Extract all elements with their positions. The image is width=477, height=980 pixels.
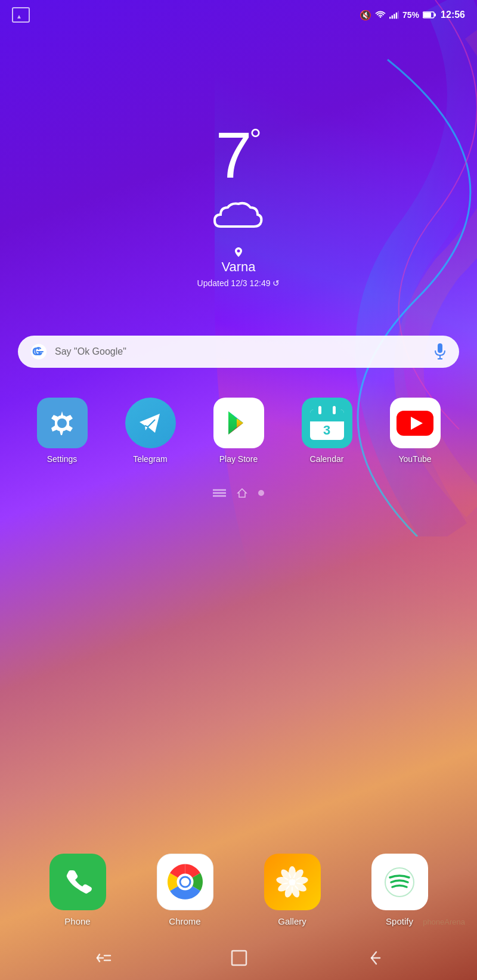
playstore-label: Play Store [219,454,258,464]
app-settings[interactable]: Settings [26,398,98,464]
time-display: 12:56 [441,10,465,20]
calendar-label: Calendar [310,454,344,464]
weather-cloud-icon [209,197,268,235]
back-button[interactable] [366,950,382,966]
notification-icon [12,7,30,23]
city-name: Varna [221,259,255,275]
app-playstore[interactable]: Play Store [203,398,274,464]
svg-rect-19 [318,406,321,414]
settings-label: Settings [47,454,78,464]
menu-indicator [213,489,226,497]
wifi-icon [375,11,386,19]
svg-rect-20 [333,406,336,414]
gallery-icon [264,854,321,910]
degree-symbol: ° [250,122,262,157]
svg-rect-6 [423,13,431,17]
search-bar[interactable]: G Say "Ok Google" [18,336,459,368]
search-placeholder: Say "Ok Google" [55,346,426,357]
updated-time: Updated 12/3 12:49 ↺ [197,278,280,288]
weather-widget: 7 ° Varna Updated 12/3 12:49 ↺ [0,122,477,288]
watermark: phoneArena [423,917,465,926]
svg-rect-47 [232,951,246,965]
svg-rect-4 [398,11,399,19]
svg-rect-18 [310,417,344,421]
svg-rect-1 [392,15,393,19]
playstore-icon [213,398,264,448]
svg-rect-11 [438,343,442,353]
youtube-label: YouTube [398,454,431,464]
mic-icon[interactable] [433,343,447,360]
page-indicators [0,488,477,498]
youtube-icon [390,398,441,448]
mute-icon: 🔇 [360,10,371,21]
recent-apps-button[interactable] [95,951,113,965]
svg-point-30 [181,878,189,886]
dot-indicator [258,490,264,496]
battery-percent: 75% [402,10,419,20]
phone-icon [49,854,106,910]
dock-phone[interactable]: Phone [39,854,116,926]
svg-text:3: 3 [323,423,330,438]
app-grid: Settings Telegram [6,398,471,464]
temperature: 7 [215,122,249,188]
chrome-icon [157,854,213,910]
dock-spotify[interactable]: Spotify [361,854,438,926]
spotify-icon [371,854,428,910]
svg-text:G: G [32,346,41,358]
home-button[interactable] [230,949,248,967]
svg-rect-2 [394,14,395,18]
calendar-icon: 3 [302,398,352,448]
phone-label: Phone [64,916,90,926]
signal-icon [389,11,399,19]
status-bar: 🔇 75% 12:56 [0,0,477,27]
telegram-label: Telegram [133,454,168,464]
svg-rect-3 [396,13,397,18]
svg-rect-7 [434,14,436,17]
svg-point-40 [289,879,296,886]
spotify-label: Spotify [386,916,413,926]
svg-rect-0 [389,17,391,18]
svg-point-8 [237,250,240,253]
battery-icon [423,11,436,18]
home-indicator [237,488,247,498]
dock-chrome[interactable]: Chrome [146,854,224,926]
svg-point-15 [57,418,67,428]
google-logo: G [30,343,48,361]
location-pin [235,247,242,257]
app-calendar[interactable]: 3 Calendar [291,398,363,464]
gallery-label: Gallery [278,916,306,926]
chrome-label: Chrome [169,916,200,926]
dock: Phone [0,854,477,926]
telegram-icon [125,398,176,448]
nav-bar [0,935,477,980]
settings-icon [37,398,88,448]
dock-gallery[interactable]: Gallery [253,854,331,926]
app-telegram[interactable]: Telegram [114,398,186,464]
app-youtube[interactable]: YouTube [379,398,451,464]
